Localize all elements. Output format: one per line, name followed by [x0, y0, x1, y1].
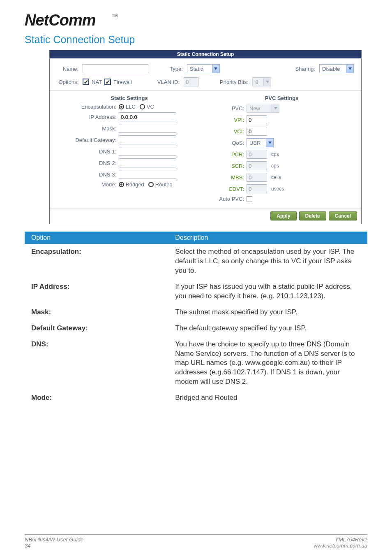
type-value: Static	[190, 66, 203, 72]
panel-title: Static Connection Setup	[50, 50, 361, 58]
option-desc: Bridged and Routed	[168, 390, 367, 406]
footer-url: www.netcomm.com.au	[314, 543, 367, 549]
cdvt-label: CDVT:	[210, 186, 247, 192]
nat-checkbox[interactable]: ✔	[83, 79, 89, 85]
options-table: Option Description Encapsulation: Select…	[25, 232, 367, 406]
encaps-vc-radio[interactable]	[140, 104, 145, 109]
mode-bridged-radio[interactable]	[119, 182, 124, 187]
section-title: Static Connection Setup	[25, 34, 367, 46]
option-desc: The default gateway specified by your IS…	[168, 320, 367, 337]
dns2-label: DNS 2:	[57, 160, 119, 166]
gateway-label: Default Gateway:	[57, 137, 119, 143]
option-name: Default Gateway:	[25, 320, 168, 337]
table-row: Encapsulation: Select the method of enca…	[25, 244, 367, 279]
options-label: Options:	[57, 79, 80, 85]
chevron-down-icon	[346, 65, 353, 73]
chevron-down-icon	[212, 65, 219, 73]
brand-logo: NetComm TM	[25, 12, 367, 33]
dns1-input[interactable]	[119, 147, 176, 156]
static-connection-panel: Static Connection Setup Name: Type: Stat…	[49, 50, 362, 224]
option-name: DNS:	[25, 337, 168, 390]
table-row: Default Gateway: The default gateway spe…	[25, 320, 367, 337]
qos-select[interactable]: UBR	[247, 138, 274, 147]
table-row: DNS: You have the choice to specify up t…	[25, 337, 367, 390]
qos-value: UBR	[249, 140, 261, 146]
table-row: Mask: The subnet mask specified by your …	[25, 304, 367, 320]
vpi-input[interactable]	[247, 115, 267, 124]
svg-text:TM: TM	[112, 14, 118, 18]
mode-bridged-text: Bridged	[126, 181, 144, 188]
dns3-label: DNS 3:	[57, 172, 119, 178]
pbits-select: 0	[252, 77, 271, 86]
option-desc: You have the choice to specify up to thr…	[168, 337, 367, 390]
pbits-label: Priority Bits:	[220, 79, 250, 85]
cancel-button[interactable]: Cancel	[329, 211, 357, 220]
footer-rev: YML754Rev1	[314, 536, 367, 543]
description-header: Description	[168, 232, 367, 244]
check-icon: ✔	[106, 79, 110, 85]
chevron-down-icon	[263, 78, 271, 86]
chevron-down-icon	[266, 139, 273, 147]
scr-unit: cps	[271, 163, 279, 169]
mbs-input	[247, 173, 267, 182]
gateway-input[interactable]	[119, 135, 176, 144]
ip-label: IP Address:	[57, 114, 119, 120]
type-select[interactable]: Static	[187, 64, 220, 73]
mode-routed-radio[interactable]	[148, 182, 154, 187]
apply-button[interactable]: Apply	[270, 211, 296, 220]
chevron-down-icon	[272, 104, 279, 112]
ip-input[interactable]	[119, 112, 176, 121]
option-name: Mode:	[25, 390, 168, 406]
scr-label: SCR:	[210, 163, 247, 169]
mask-label: Mask:	[57, 125, 119, 132]
pcr-label: PCR:	[210, 151, 247, 158]
pcr-unit: cps	[271, 151, 279, 157]
pvc-settings-heading: PVC Settings	[210, 95, 354, 101]
vlan-input	[184, 77, 198, 86]
pbits-value: 0	[255, 79, 258, 85]
option-name: Encapsulation:	[25, 244, 168, 279]
mask-input[interactable]	[119, 124, 176, 133]
pvc-label: PVC:	[210, 105, 247, 111]
encaps-label: Encapsulation:	[57, 104, 119, 110]
cdvt-input	[247, 184, 267, 193]
pvc-value: New	[249, 105, 260, 111]
encaps-llc-text: LLC	[126, 104, 136, 110]
option-desc: If your ISP has issued you with a static…	[168, 279, 367, 304]
mbs-unit: cells	[271, 174, 281, 180]
mbs-label: MBS:	[210, 174, 247, 181]
sharing-select[interactable]: Disable	[319, 64, 354, 73]
dns2-input[interactable]	[119, 158, 176, 167]
firewall-checkbox[interactable]: ✔	[104, 79, 111, 85]
delete-button[interactable]: Delete	[299, 211, 326, 220]
table-row: Mode: Bridged and Routed	[25, 390, 367, 406]
sharing-value: Disable	[322, 66, 340, 72]
option-name: Mask:	[25, 304, 168, 320]
footer-page: 34	[25, 543, 83, 549]
sharing-label: Sharing:	[295, 66, 317, 72]
mode-routed-text: Routed	[155, 181, 173, 188]
qos-label: QoS:	[210, 140, 247, 146]
option-name: IP Address:	[25, 279, 168, 304]
static-settings-heading: Static Settings	[57, 95, 201, 101]
pcr-input	[247, 150, 267, 159]
encaps-llc-radio[interactable]	[119, 104, 124, 109]
option-desc: Select the method of encapsulation used …	[168, 244, 367, 279]
name-input[interactable]	[83, 64, 148, 73]
page-footer: NB5Plus4/W User Guide 34 YML754Rev1 www.…	[25, 534, 367, 549]
encaps-vc-text: VC	[147, 104, 154, 110]
name-label: Name:	[57, 66, 80, 72]
dns3-input[interactable]	[119, 170, 176, 179]
vci-input[interactable]	[247, 127, 267, 136]
vci-label: VCI:	[210, 128, 247, 135]
firewall-label: Firewall	[113, 79, 132, 85]
svg-text:NetComm: NetComm	[25, 12, 96, 29]
dns1-label: DNS 1:	[57, 149, 119, 155]
nat-label: NAT	[92, 79, 102, 85]
netcomm-logo-icon: NetComm TM	[25, 12, 123, 30]
cdvt-unit: usecs	[271, 186, 284, 192]
autopvc-checkbox[interactable]	[247, 196, 252, 202]
pvc-select: New	[247, 104, 279, 113]
mode-label: Mode:	[57, 181, 119, 188]
vlan-label: VLAN ID:	[157, 79, 181, 85]
